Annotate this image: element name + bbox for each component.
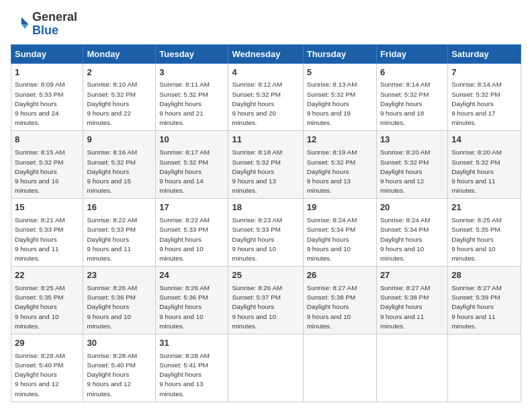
calendar-week-row: 15Sunrise: 8:21 AMSunset: 5:33 PMDayligh…	[11, 199, 521, 267]
weekday-header: Thursday	[303, 44, 376, 63]
day-content: Sunrise: 8:26 AMSunset: 5:36 PMDaylight …	[159, 283, 224, 331]
calendar-cell: 22Sunrise: 8:25 AMSunset: 5:35 PMDayligh…	[11, 267, 83, 334]
day-number: 1	[15, 66, 79, 79]
calendar-cell: 2Sunrise: 8:10 AMSunset: 5:32 PMDaylight…	[83, 63, 156, 131]
calendar-cell: 18Sunrise: 8:23 AMSunset: 5:33 PMDayligh…	[228, 199, 303, 267]
page-header: General Blue	[11, 11, 521, 38]
day-number: 25	[232, 269, 299, 282]
calendar-cell: 27Sunrise: 8:27 AMSunset: 5:38 PMDayligh…	[376, 267, 447, 334]
day-number: 10	[159, 134, 224, 146]
calendar-cell: 1Sunrise: 8:09 AMSunset: 5:33 PMDaylight…	[11, 63, 83, 131]
calendar-body: 1Sunrise: 8:09 AMSunset: 5:33 PMDaylight…	[11, 63, 521, 402]
day-content: Sunrise: 8:26 AMSunset: 5:36 PMDaylight …	[87, 283, 152, 331]
day-content: Sunrise: 8:18 AMSunset: 5:32 PMDaylight …	[232, 148, 299, 195]
day-number: 30	[87, 337, 152, 350]
day-content: Sunrise: 8:28 AMSunset: 5:40 PMDaylight …	[87, 351, 152, 399]
calendar-cell: 26Sunrise: 8:27 AMSunset: 5:38 PMDayligh…	[303, 267, 376, 334]
day-content: Sunrise: 8:11 AMSunset: 5:32 PMDaylight …	[159, 80, 224, 128]
calendar-cell: 23Sunrise: 8:26 AMSunset: 5:36 PMDayligh…	[83, 267, 156, 334]
day-number: 14	[451, 134, 517, 146]
calendar-cell: 20Sunrise: 8:24 AMSunset: 5:34 PMDayligh…	[376, 199, 447, 267]
calendar-cell: 4Sunrise: 8:12 AMSunset: 5:32 PMDaylight…	[228, 63, 303, 131]
day-content: Sunrise: 8:21 AMSunset: 5:33 PMDaylight …	[15, 216, 79, 263]
calendar-cell: 11Sunrise: 8:18 AMSunset: 5:32 PMDayligh…	[228, 131, 303, 199]
day-number: 19	[307, 201, 373, 214]
day-number: 5	[307, 66, 373, 79]
day-content: Sunrise: 8:20 AMSunset: 5:32 PMDaylight …	[380, 148, 444, 195]
calendar-header: SundayMondayTuesdayWednesdayThursdayFrid…	[11, 44, 521, 63]
day-number: 16	[87, 201, 152, 214]
day-number: 28	[451, 269, 517, 282]
day-content: Sunrise: 8:22 AMSunset: 5:33 PMDaylight …	[87, 216, 152, 263]
day-content: Sunrise: 8:14 AMSunset: 5:32 PMDaylight …	[380, 80, 444, 128]
calendar-cell: 28Sunrise: 8:27 AMSunset: 5:39 PMDayligh…	[448, 267, 521, 334]
weekday-header: Wednesday	[228, 44, 303, 63]
day-content: Sunrise: 8:17 AMSunset: 5:32 PMDaylight …	[159, 148, 224, 195]
day-number: 22	[15, 269, 79, 282]
weekday-header: Sunday	[11, 44, 83, 63]
day-content: Sunrise: 8:27 AMSunset: 5:38 PMDaylight …	[380, 283, 444, 331]
day-content: Sunrise: 8:27 AMSunset: 5:39 PMDaylight …	[451, 283, 517, 331]
calendar-cell	[303, 334, 376, 402]
day-content: Sunrise: 8:24 AMSunset: 5:34 PMDaylight …	[380, 216, 444, 263]
day-number: 15	[15, 201, 79, 214]
day-content: Sunrise: 8:22 AMSunset: 5:33 PMDaylight …	[159, 216, 224, 263]
calendar-cell: 6Sunrise: 8:14 AMSunset: 5:32 PMDaylight…	[376, 63, 447, 131]
day-number: 3	[159, 66, 224, 79]
calendar-cell: 24Sunrise: 8:26 AMSunset: 5:36 PMDayligh…	[156, 267, 228, 334]
day-content: Sunrise: 8:25 AMSunset: 5:35 PMDaylight …	[451, 216, 517, 263]
calendar-week-row: 29Sunrise: 8:28 AMSunset: 5:40 PMDayligh…	[11, 334, 521, 402]
day-number: 23	[87, 269, 152, 282]
day-number: 17	[159, 201, 224, 214]
calendar-cell: 14Sunrise: 8:20 AMSunset: 5:32 PMDayligh…	[448, 131, 521, 199]
day-number: 27	[380, 269, 444, 282]
calendar-cell: 21Sunrise: 8:25 AMSunset: 5:35 PMDayligh…	[448, 199, 521, 267]
day-content: Sunrise: 8:27 AMSunset: 5:38 PMDaylight …	[307, 283, 373, 331]
calendar-cell: 8Sunrise: 8:15 AMSunset: 5:32 PMDaylight…	[11, 131, 83, 199]
weekday-header: Friday	[376, 44, 447, 63]
day-number: 9	[87, 134, 152, 146]
calendar-cell: 10Sunrise: 8:17 AMSunset: 5:32 PMDayligh…	[156, 131, 228, 199]
day-number: 7	[451, 66, 517, 79]
calendar-cell: 19Sunrise: 8:24 AMSunset: 5:34 PMDayligh…	[303, 199, 376, 267]
day-number: 31	[159, 337, 224, 350]
calendar-cell: 9Sunrise: 8:16 AMSunset: 5:32 PMDaylight…	[83, 131, 156, 199]
weekday-header: Saturday	[448, 44, 521, 63]
calendar-cell: 17Sunrise: 8:22 AMSunset: 5:33 PMDayligh…	[156, 199, 228, 267]
logo-text: General Blue	[32, 11, 77, 38]
day-number: 8	[15, 134, 79, 146]
day-number: 24	[159, 269, 224, 282]
calendar-cell	[376, 334, 447, 402]
calendar-cell: 13Sunrise: 8:20 AMSunset: 5:32 PMDayligh…	[376, 131, 447, 199]
weekday-header: Tuesday	[156, 44, 228, 63]
logo: General Blue	[11, 11, 77, 38]
day-content: Sunrise: 8:28 AMSunset: 5:41 PMDaylight …	[159, 351, 224, 399]
day-content: Sunrise: 8:28 AMSunset: 5:40 PMDaylight …	[15, 351, 79, 399]
day-number: 4	[232, 66, 299, 79]
day-number: 18	[232, 201, 299, 214]
day-number: 29	[15, 337, 79, 350]
calendar-week-row: 22Sunrise: 8:25 AMSunset: 5:35 PMDayligh…	[11, 267, 521, 334]
calendar-cell: 15Sunrise: 8:21 AMSunset: 5:33 PMDayligh…	[11, 199, 83, 267]
day-number: 13	[380, 134, 444, 146]
calendar-week-row: 1Sunrise: 8:09 AMSunset: 5:33 PMDaylight…	[11, 63, 521, 131]
calendar-cell: 30Sunrise: 8:28 AMSunset: 5:40 PMDayligh…	[83, 334, 156, 402]
day-number: 20	[380, 201, 444, 214]
calendar-week-row: 8Sunrise: 8:15 AMSunset: 5:32 PMDaylight…	[11, 131, 521, 199]
day-content: Sunrise: 8:13 AMSunset: 5:32 PMDaylight …	[307, 80, 373, 128]
calendar-cell: 7Sunrise: 8:14 AMSunset: 5:32 PMDaylight…	[448, 63, 521, 131]
day-content: Sunrise: 8:24 AMSunset: 5:34 PMDaylight …	[307, 216, 373, 263]
day-number: 12	[307, 134, 373, 146]
calendar-cell	[228, 334, 303, 402]
svg-marker-0	[21, 17, 29, 24]
day-content: Sunrise: 8:20 AMSunset: 5:32 PMDaylight …	[451, 148, 517, 195]
day-content: Sunrise: 8:19 AMSunset: 5:32 PMDaylight …	[307, 148, 373, 195]
day-number: 11	[232, 134, 299, 146]
day-number: 6	[380, 66, 444, 79]
day-content: Sunrise: 8:26 AMSunset: 5:37 PMDaylight …	[232, 283, 299, 331]
day-content: Sunrise: 8:23 AMSunset: 5:33 PMDaylight …	[232, 216, 299, 263]
calendar-cell: 25Sunrise: 8:26 AMSunset: 5:37 PMDayligh…	[228, 267, 303, 334]
day-content: Sunrise: 8:10 AMSunset: 5:32 PMDaylight …	[87, 80, 152, 128]
day-content: Sunrise: 8:15 AMSunset: 5:32 PMDaylight …	[15, 148, 79, 195]
calendar-cell	[448, 334, 521, 402]
